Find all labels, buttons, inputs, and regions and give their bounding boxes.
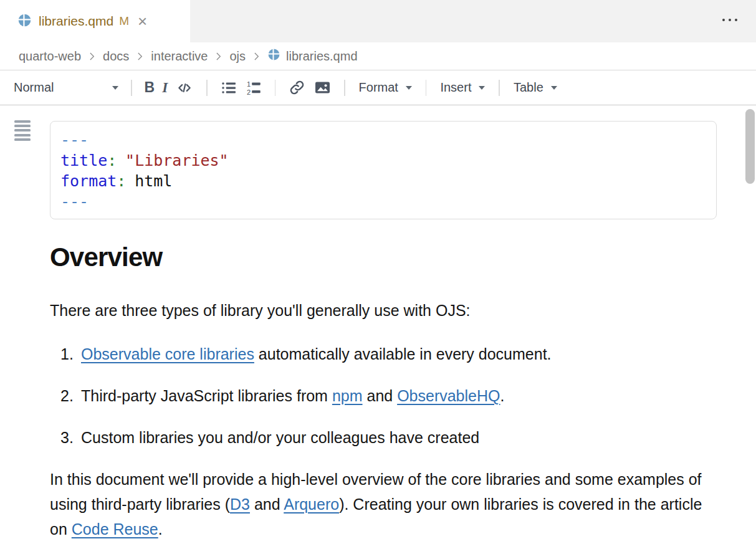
- closing-paragraph[interactable]: In this document we'll provide a high-le…: [50, 467, 717, 542]
- doc-link[interactable]: Arquero: [284, 495, 339, 513]
- tab-bar-empty-area: [190, 0, 756, 42]
- editor-tab-bar: libraries.qmd M ×: [0, 0, 756, 42]
- list-item-number: 3.: [50, 425, 81, 450]
- list-item[interactable]: 2. Third-party JavaScript libraries from…: [50, 383, 717, 408]
- image-icon[interactable]: [313, 79, 332, 97]
- scrollbar-thumb[interactable]: [745, 109, 755, 184]
- list-item-number: 2.: [50, 383, 81, 408]
- doc-link[interactable]: npm: [332, 387, 363, 404]
- bullet-list-icon[interactable]: [220, 79, 237, 97]
- chevron-down-icon: [551, 86, 557, 90]
- toolbar-divider: [206, 80, 208, 96]
- intro-paragraph[interactable]: There are three types of library you'll …: [50, 298, 717, 323]
- table-menu[interactable]: Table: [514, 80, 557, 95]
- quarto-icon: [267, 48, 280, 64]
- toolbar-divider: [344, 80, 345, 96]
- yaml-front-matter-block[interactable]: --- title:"Libraries" format:html ---: [50, 121, 717, 219]
- more-actions-icon[interactable]: [722, 19, 737, 21]
- chevron-down-icon: [479, 86, 485, 90]
- quarto-icon: [17, 13, 32, 30]
- list-item[interactable]: 1. Observable core libraries automatical…: [50, 341, 717, 366]
- yaml-format-line: format:html: [60, 171, 706, 191]
- svg-text:1: 1: [247, 80, 251, 88]
- chevron-down-icon: [112, 86, 118, 90]
- chevron-right-icon: [87, 52, 97, 61]
- breadcrumb-item-quarto-web[interactable]: quarto-web: [19, 49, 81, 64]
- yaml-fence: ---: [60, 130, 706, 150]
- insert-menu-label: Insert: [440, 80, 471, 95]
- bold-button[interactable]: B: [145, 79, 155, 96]
- breadcrumb: quarto-web docs interactive ojs librarie…: [0, 42, 756, 70]
- tab-title: libraries.qmd: [39, 14, 113, 29]
- breadcrumb-item-docs[interactable]: docs: [103, 49, 129, 64]
- list-item-number: 1.: [50, 341, 81, 366]
- svg-text:2: 2: [247, 88, 251, 95]
- numbered-list-icon[interactable]: 1 2: [245, 79, 262, 97]
- toolbar-divider: [499, 80, 500, 96]
- yaml-fence: ---: [60, 191, 706, 212]
- chevron-down-icon: [406, 86, 412, 90]
- toolbar-divider: [426, 80, 427, 96]
- numbered-list: 1. Observable core libraries automatical…: [50, 341, 717, 450]
- format-menu-label: Format: [359, 80, 398, 95]
- close-icon[interactable]: ×: [138, 13, 147, 29]
- code-icon[interactable]: [175, 80, 194, 96]
- formatting-toolbar: Normal B I 1 2: [0, 70, 756, 105]
- link-icon[interactable]: [288, 79, 306, 97]
- doc-link[interactable]: Observable core libraries: [81, 345, 254, 363]
- paragraph-style-value: Normal: [14, 80, 54, 95]
- list-item[interactable]: 3. Custom libraries you and/or your coll…: [50, 425, 717, 450]
- document-editor: --- title:"Libraries" format:html --- Ov…: [0, 105, 756, 554]
- italic-button[interactable]: I: [162, 80, 168, 96]
- list-item-text: Observable core libraries automatically …: [81, 341, 717, 366]
- format-menu[interactable]: Format: [359, 80, 412, 95]
- drag-handle-icon[interactable]: [14, 120, 31, 143]
- breadcrumb-item-interactive[interactable]: interactive: [151, 49, 208, 64]
- insert-menu[interactable]: Insert: [440, 80, 485, 95]
- yaml-title-line: title:"Libraries": [60, 150, 706, 171]
- list-item-text: Third-party JavaScript libraries from np…: [81, 383, 717, 408]
- chevron-right-icon: [252, 52, 261, 61]
- table-menu-label: Table: [514, 80, 543, 95]
- modified-badge: M: [119, 14, 129, 28]
- toolbar-divider: [275, 80, 276, 96]
- list-item-text: Custom libraries you and/or your colleag…: [81, 425, 717, 450]
- breadcrumb-file-name: libraries.qmd: [286, 49, 357, 64]
- tab-libraries-qmd[interactable]: libraries.qmd M ×: [0, 0, 190, 42]
- breadcrumb-item-ojs[interactable]: ojs: [229, 49, 246, 64]
- paragraph-style-select[interactable]: Normal: [14, 80, 118, 95]
- doc-link[interactable]: D3: [230, 495, 250, 513]
- doc-link[interactable]: Code Reuse: [72, 520, 158, 538]
- doc-link[interactable]: ObservableHQ: [397, 387, 500, 404]
- page-title[interactable]: Overview: [50, 243, 717, 272]
- toolbar-divider: [131, 80, 132, 96]
- breadcrumb-item-file[interactable]: libraries.qmd: [267, 48, 357, 64]
- chevron-right-icon: [214, 52, 223, 61]
- chevron-right-icon: [135, 52, 145, 61]
